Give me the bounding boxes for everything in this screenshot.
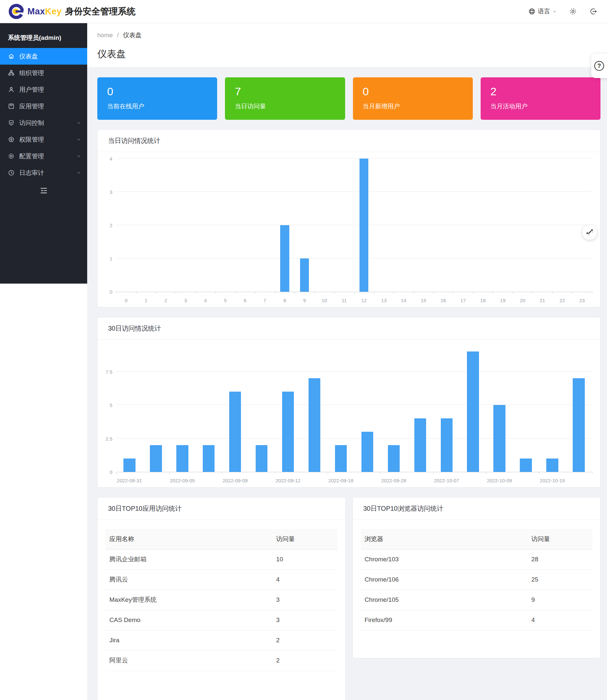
chart-bar	[150, 445, 162, 472]
x-axis-label: 6	[235, 298, 255, 303]
home-icon	[8, 53, 15, 60]
y-axis-label: 0	[110, 289, 112, 295]
x-axis-label: 18	[473, 298, 493, 303]
chart-bar	[359, 159, 368, 292]
cell-name: MaxKey管理系统	[105, 590, 272, 610]
theme-wand-button[interactable]	[582, 225, 597, 240]
card-title: 当日访问情况统计	[98, 130, 600, 152]
x-axis-label: 0	[116, 298, 136, 303]
sidebar-item-applications[interactable]: 应用管理	[0, 98, 87, 114]
cell-name: Firefox/99	[361, 610, 528, 630]
logout-button[interactable]	[589, 7, 597, 15]
magic-wand-icon	[586, 228, 593, 236]
table-row: 腾讯云4	[105, 569, 337, 590]
product-title: 身份安全管理系统	[65, 5, 135, 17]
stat-label: 当日访问量	[235, 102, 335, 111]
stat-card-0: 0当前在线用户	[97, 77, 217, 120]
chart-bar	[441, 418, 453, 472]
x-axis-label: 4	[195, 298, 215, 303]
sidebar-item-users[interactable]: 用户管理	[0, 81, 87, 98]
x-axis-label	[354, 478, 380, 483]
x-axis-label: 16	[433, 298, 453, 303]
brand-key: Key	[45, 6, 62, 16]
chart-bar	[282, 392, 294, 472]
cell-count: 9	[527, 590, 592, 610]
x-axis-label: 23	[572, 298, 592, 303]
x-axis-label	[249, 478, 275, 483]
sidebar-item-permissions[interactable]: 权限管理	[0, 131, 87, 148]
top-apps-table: 应用名称 访问量 腾讯企业邮箱10腾讯云4MaxKey管理系统3CAS Demo…	[105, 529, 337, 671]
stat-card-2: 0当月新增用户	[353, 77, 473, 120]
question-mark-icon: ?	[594, 61, 604, 71]
x-axis-label: 19	[493, 298, 512, 303]
page-head: home / 仪表盘 仪表盘	[87, 23, 607, 68]
table-row: CAS Demo3	[105, 610, 337, 630]
column-header: 浏览器	[361, 529, 528, 549]
chart-bar	[388, 445, 400, 472]
table-wrap: 应用名称 访问量 腾讯企业邮箱10腾讯云4MaxKey管理系统3CAS Demo…	[98, 520, 345, 679]
y-axis-label: 3	[110, 189, 112, 195]
table-row: 阿里云2	[105, 650, 337, 671]
stat-value: 2	[490, 85, 591, 98]
y-axis-label: 2	[110, 223, 112, 228]
sidebar-item-audit-log[interactable]: 日志审计	[0, 165, 87, 181]
table-wrap: 浏览器 访问量 Chrome/10328Chrome/10625Chrome/1…	[353, 520, 601, 638]
brand: MaxKey 身份安全管理系统	[8, 3, 135, 20]
x-axis-label: 2022-10-09	[486, 478, 512, 483]
y-axis-label: 0	[110, 469, 112, 475]
x-axis-label: 10	[314, 298, 334, 303]
settings-button[interactable]	[569, 7, 577, 15]
y-axis-label: 2.5	[105, 436, 112, 441]
daily-visits-bar-chart: 0123401234567891011121314151617181920212…	[98, 152, 600, 307]
table-row: 腾讯企业邮箱10	[105, 549, 337, 569]
stat-value: 0	[363, 85, 463, 98]
chart-bar	[546, 459, 558, 472]
current-user-label: 系统管理员(admin)	[0, 23, 87, 48]
sidebar-item-label: 日志审计	[19, 169, 44, 177]
menu-fold-icon	[40, 187, 48, 195]
cell-count: 3	[272, 610, 337, 630]
x-axis-label	[195, 478, 222, 483]
language-label: 语言	[538, 7, 550, 16]
table-header-row: 应用名称 访问量	[105, 529, 337, 549]
x-axis-label	[512, 478, 539, 483]
stat-card-row: 0当前在线用户7当日访问量0当月新增用户2当月活动用户	[97, 77, 601, 120]
x-axis-label	[143, 478, 169, 483]
table-row: MaxKey管理系统3	[105, 590, 337, 610]
maxkey-logo-icon	[8, 3, 25, 20]
stat-label: 当月活动用户	[490, 102, 591, 111]
bottom-tables-row: 30日TOP10应用访问统计 应用名称 访问量 腾讯企业邮箱10腾讯云4MaxK…	[97, 497, 601, 700]
app-header: MaxKey 身份安全管理系统 语言	[0, 0, 607, 23]
sidebar-item-label: 组织管理	[19, 69, 44, 77]
sidebar-item-dashboard[interactable]: 仪表盘	[0, 48, 87, 65]
breadcrumb-home-link[interactable]: home	[97, 32, 113, 39]
card-title: 30日TOP10应用访问统计	[98, 498, 345, 520]
cell-count: 2	[272, 650, 337, 671]
help-button[interactable]: ?	[591, 54, 607, 78]
stat-value: 0	[107, 85, 207, 98]
x-axis-labels: 2022-08-312022-09-052022-09-092022-09-12…	[116, 478, 592, 483]
x-axis-label: 9	[294, 298, 314, 303]
sidebar-item-configuration[interactable]: 配置管理	[0, 148, 87, 165]
x-axis-label: 21	[532, 298, 552, 303]
dashboard-content: 0当前在线用户7当日访问量0当月新增用户2当月活动用户 当日访问情况统计 012…	[87, 68, 607, 700]
menu-collapse-button[interactable]	[0, 187, 87, 195]
sidebar-item-label: 访问控制	[19, 119, 44, 127]
top-browsers-card: 30日TOP10浏览器访问统计 浏览器 访问量 Chrome/10328Chro…	[353, 497, 601, 658]
monthly-visits-bar-chart: 02.557.52022-08-312022-09-052022-09-0920…	[98, 340, 600, 487]
chart-bar	[300, 259, 309, 292]
sidebar-item-organization[interactable]: 组织管理	[0, 65, 87, 81]
sidebar-item-access-control[interactable]: 访问控制	[0, 114, 87, 131]
stat-card-3: 2当月活动用户	[481, 77, 601, 120]
sidebar-item-label: 应用管理	[19, 102, 44, 111]
x-axis-label: 22	[552, 298, 572, 303]
stat-value: 7	[235, 85, 335, 98]
column-header: 访问量	[272, 529, 337, 549]
chart-bar	[573, 378, 584, 472]
language-menu[interactable]: 语言	[528, 7, 557, 16]
x-axis-label: 2022-09-18	[328, 478, 354, 483]
x-axis-label	[301, 478, 328, 483]
x-axis-label: 2022-09-09	[222, 478, 249, 483]
x-axis-label	[566, 478, 592, 483]
logout-icon	[589, 7, 597, 15]
